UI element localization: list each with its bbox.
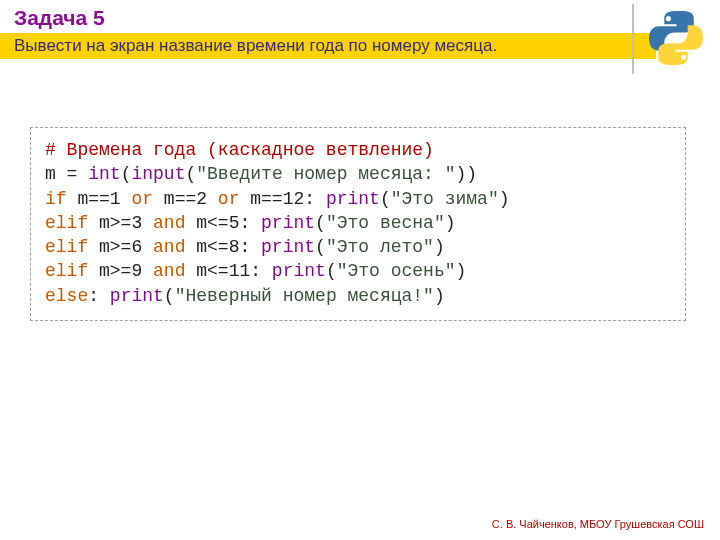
code-l6-print: print	[272, 261, 326, 281]
code-l3-or1: or	[131, 189, 153, 209]
code-l3-c: m==12:	[239, 189, 325, 209]
code-l3-d: (	[380, 189, 391, 209]
code-l4-elif: elif	[45, 213, 88, 233]
code-l2-c: (	[185, 164, 196, 184]
code-l5-a: m>=6	[88, 237, 153, 257]
code-l5-b: m<=8:	[185, 237, 261, 257]
code-l2-b: (	[121, 164, 132, 184]
code-l4-a: m>=3	[88, 213, 153, 233]
code-l6-a: m>=9	[88, 261, 153, 281]
code-l2-d: ))	[456, 164, 478, 184]
code-l4-and: and	[153, 213, 185, 233]
code-l3-if: if	[45, 189, 67, 209]
code-l7-c: )	[434, 286, 445, 306]
code-l6-and: and	[153, 261, 185, 281]
code-l3-a: m==1	[67, 189, 132, 209]
code-l3-b: m==2	[153, 189, 218, 209]
code-l4-print: print	[261, 213, 315, 233]
code-block: # Времена года (каскадное ветвление) m =…	[30, 127, 686, 321]
task-title: Задача 5	[14, 6, 105, 30]
code-l4-b: m<=5:	[185, 213, 261, 233]
code-l3-print: print	[326, 189, 380, 209]
task-subtitle-bar: Вывести на экран название времени года п…	[0, 33, 656, 59]
code-l3-or2: or	[218, 189, 240, 209]
code-l6-c: (	[326, 261, 337, 281]
task-subtitle: Вывести на экран название времени года п…	[14, 36, 497, 56]
code-l2-str: "Введите номер месяца: "	[196, 164, 455, 184]
code-l2-int: int	[88, 164, 120, 184]
code-l4-c: (	[315, 213, 326, 233]
divider	[632, 4, 634, 74]
python-logo-icon	[648, 10, 704, 66]
code-l6-elif: elif	[45, 261, 88, 281]
code-l4-d: )	[445, 213, 456, 233]
code-l4-str: "Это весна"	[326, 213, 445, 233]
code-l2-input: input	[131, 164, 185, 184]
code-l5-print: print	[261, 237, 315, 257]
code-l5-str: "Это лето"	[326, 237, 434, 257]
code-l7-str: "Неверный номер месяца!"	[175, 286, 434, 306]
code-l5-d: )	[434, 237, 445, 257]
code-l3-str: "Это зима"	[391, 189, 499, 209]
code-l6-str: "Это осень"	[337, 261, 456, 281]
code-l7-a: :	[88, 286, 110, 306]
code-l5-elif: elif	[45, 237, 88, 257]
footer-credit: С. В. Чайченков, МБОУ Грушевская СОШ	[492, 518, 704, 530]
code-l7-print: print	[110, 286, 164, 306]
code-l6-d: )	[456, 261, 467, 281]
code-l6-b: m<=11:	[185, 261, 271, 281]
code-l7-b: (	[164, 286, 175, 306]
code-l3-e: )	[499, 189, 510, 209]
code-comment: # Времена года (каскадное ветвление)	[45, 140, 434, 160]
code-l5-c: (	[315, 237, 326, 257]
code-l5-and: and	[153, 237, 185, 257]
code-l2-a: m =	[45, 164, 88, 184]
code-l7-else: else	[45, 286, 88, 306]
